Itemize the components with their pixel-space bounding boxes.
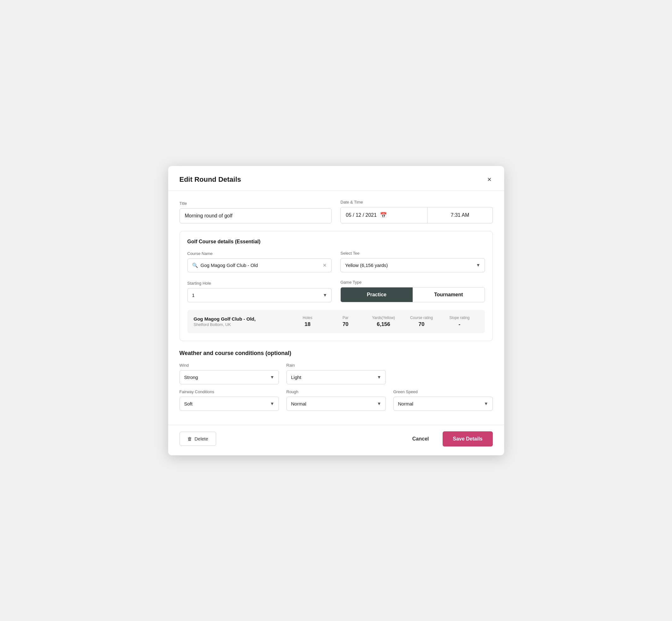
delete-label: Delete (195, 436, 208, 442)
course-name-group: Course Name 🔍 ✕ (187, 251, 332, 272)
search-icon: 🔍 (192, 262, 198, 268)
starting-hole-group: Starting Hole 1234 5678 910 ▼ (187, 281, 332, 302)
game-type-label: Game Type (340, 280, 485, 285)
starting-hole-dropdown[interactable]: 1234 5678 910 (187, 288, 332, 302)
rough-dropdown[interactable]: ShortNormalLongVery Long (287, 397, 386, 411)
rain-label: Rain (287, 363, 386, 368)
wind-rain-row: Wind NoneLightModerateStrongVery Strong … (179, 363, 493, 384)
spacer (393, 363, 493, 384)
rough-wrap: ShortNormalLongVery Long ▼ (287, 397, 386, 411)
time-input[interactable]: 7:31 AM (427, 207, 493, 223)
par-stat: Par 70 (327, 316, 365, 328)
wind-wrap: NoneLightModerateStrongVery Strong ▼ (179, 370, 279, 384)
title-datetime-row: Title Date & Time 05 / 12 / 2021 📅 7:31 … (179, 200, 493, 223)
holes-label: Holes (289, 316, 327, 320)
green-speed-group: Green Speed SlowNormalMediumFastVery Fas… (393, 389, 493, 411)
edit-round-modal: Edit Round Details × Title Date & Time 0… (168, 166, 504, 455)
date-time-inputs: 05 / 12 / 2021 📅 7:31 AM (340, 207, 493, 223)
cancel-button[interactable]: Cancel (406, 432, 435, 446)
yards-label: Yards(Yellow) (365, 316, 402, 320)
course-info-row: Gog Magog Golf Club - Old, Shelford Bott… (187, 310, 485, 333)
holes-value: 18 (289, 321, 327, 328)
fairway-group: Fairway Conditions HardFirmNormalSoftWet… (179, 389, 279, 411)
date-input[interactable]: 05 / 12 / 2021 📅 (340, 207, 427, 223)
course-name-label: Course Name (187, 251, 332, 256)
fairway-rough-green-row: Fairway Conditions HardFirmNormalSoftWet… (179, 389, 493, 411)
select-tee-label: Select Tee (340, 251, 485, 256)
tournament-toggle-btn[interactable]: Tournament (413, 287, 485, 302)
date-value: 05 / 12 / 2021 (346, 212, 377, 218)
course-rating-stat: Course rating 70 (403, 316, 440, 328)
modal-title: Edit Round Details (179, 175, 241, 184)
select-tee-group: Select Tee Yellow (6,156 yards) White (6… (340, 251, 485, 272)
clear-icon[interactable]: ✕ (323, 262, 327, 268)
starting-hole-wrap: 1234 5678 910 ▼ (187, 288, 332, 302)
game-type-toggle: Practice Tournament (340, 287, 485, 302)
weather-section: Weather and course conditions (optional)… (179, 350, 493, 411)
datetime-group: Date & Time 05 / 12 / 2021 📅 7:31 AM (340, 200, 493, 223)
trash-icon: 🗑 (187, 436, 192, 442)
slope-rating-stat: Slope rating - (440, 316, 478, 328)
close-button[interactable]: × (486, 175, 493, 184)
golf-course-section: Golf Course details (Essential) Course N… (179, 231, 493, 341)
fairway-label: Fairway Conditions (179, 389, 279, 394)
golf-course-title: Golf Course details (Essential) (187, 239, 485, 245)
select-tee-dropdown[interactable]: Yellow (6,156 yards) White (6,600 yards)… (340, 258, 485, 272)
fairway-wrap: HardFirmNormalSoftWet ▼ (179, 397, 279, 411)
calendar-icon: 📅 (380, 212, 387, 219)
par-value: 70 (327, 321, 365, 328)
course-tee-row: Course Name 🔍 ✕ Select Tee Yellow (6,156… (187, 251, 485, 272)
slope-rating-value: - (440, 321, 478, 328)
course-name-input[interactable] (201, 262, 321, 268)
title-label: Title (179, 201, 332, 206)
fairway-dropdown[interactable]: HardFirmNormalSoftWet (179, 397, 279, 411)
yards-value: 6,156 (365, 321, 402, 328)
game-type-group: Game Type Practice Tournament (340, 280, 485, 302)
green-speed-label: Green Speed (393, 389, 493, 394)
course-info-location: Shelford Bottom, UK (194, 322, 289, 327)
par-label: Par (327, 316, 365, 320)
course-info-name: Gog Magog Golf Club - Old, Shelford Bott… (194, 316, 289, 327)
rough-label: Rough (287, 389, 386, 394)
title-input[interactable] (179, 208, 332, 223)
course-rating-label: Course rating (403, 316, 440, 320)
datetime-label: Date & Time (340, 200, 493, 204)
yards-stat: Yards(Yellow) 6,156 (365, 316, 402, 328)
slope-rating-label: Slope rating (440, 316, 478, 320)
rain-wrap: NoneLightModerateHeavy ▼ (287, 370, 386, 384)
wind-group: Wind NoneLightModerateStrongVery Strong … (179, 363, 279, 384)
green-speed-dropdown[interactable]: SlowNormalMediumFastVery Fast (393, 397, 493, 411)
holes-stat: Holes 18 (289, 316, 327, 328)
weather-title: Weather and course conditions (optional) (179, 350, 493, 357)
footer-right-actions: Cancel Save Details (406, 431, 493, 447)
time-value: 7:31 AM (451, 212, 469, 218)
practice-toggle-btn[interactable]: Practice (341, 287, 413, 302)
title-group: Title (179, 201, 332, 223)
modal-header: Edit Round Details × (168, 166, 504, 191)
wind-label: Wind (179, 363, 279, 368)
rain-dropdown[interactable]: NoneLightModerateHeavy (287, 370, 386, 384)
delete-button[interactable]: 🗑 Delete (179, 432, 216, 446)
course-name-search[interactable]: 🔍 ✕ (187, 258, 332, 272)
course-rating-value: 70 (403, 321, 440, 328)
wind-dropdown[interactable]: NoneLightModerateStrongVery Strong (179, 370, 279, 384)
green-speed-wrap: SlowNormalMediumFastVery Fast ▼ (393, 397, 493, 411)
course-info-name-text: Gog Magog Golf Club - Old, (194, 316, 289, 322)
modal-body: Title Date & Time 05 / 12 / 2021 📅 7:31 … (168, 191, 504, 425)
starting-hole-label: Starting Hole (187, 281, 332, 286)
modal-footer: 🗑 Delete Cancel Save Details (168, 425, 504, 455)
rain-group: Rain NoneLightModerateHeavy ▼ (287, 363, 386, 384)
select-tee-wrap: Yellow (6,156 yards) White (6,600 yards)… (340, 258, 485, 272)
rough-group: Rough ShortNormalLongVery Long ▼ (287, 389, 386, 411)
hole-gametype-row: Starting Hole 1234 5678 910 ▼ Game Type … (187, 280, 485, 302)
save-button[interactable]: Save Details (443, 431, 493, 447)
